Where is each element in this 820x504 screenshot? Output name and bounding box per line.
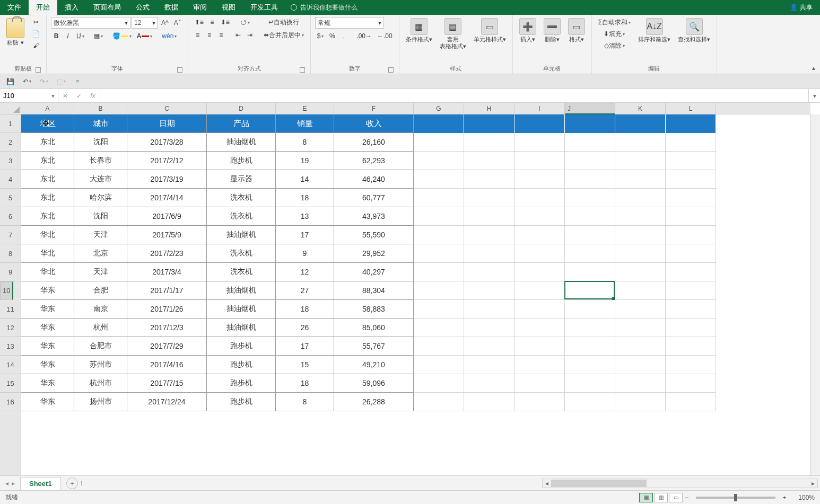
- autosum-button[interactable]: Σ 自动求和: [596, 17, 633, 28]
- cell-B14[interactable]: 苏州市: [74, 356, 127, 374]
- cell-G7[interactable]: [414, 226, 464, 244]
- font-color-button[interactable]: A: [135, 31, 155, 41]
- cell-A15[interactable]: 华东: [21, 374, 74, 393]
- format-painter-button[interactable]: 🖌: [30, 40, 42, 51]
- zoom-in-button[interactable]: +: [781, 494, 788, 501]
- cell-J6[interactable]: [565, 207, 615, 226]
- col-header-E[interactable]: E: [276, 103, 334, 114]
- cell-styles-button[interactable]: ▭单元格样式▾: [472, 17, 508, 44]
- spreadsheet-grid[interactable]: ABCDEFGHIJKL 12345678910111213141516 地区城…: [0, 103, 820, 475]
- cell-F6[interactable]: 43,973: [334, 207, 414, 226]
- cell-B9[interactable]: 天津: [74, 263, 127, 281]
- align-bottom-button[interactable]: ⬇≡: [219, 17, 232, 28]
- cell-J13[interactable]: [565, 337, 615, 356]
- cell-G6[interactable]: [414, 207, 464, 226]
- dialog-launcher-icon[interactable]: [177, 67, 182, 73]
- cell-L14[interactable]: [666, 356, 716, 374]
- sheet-nav-prev[interactable]: ◂: [5, 480, 8, 487]
- cell-D2[interactable]: 抽油烟机: [207, 133, 276, 152]
- zoom-handle[interactable]: [734, 494, 737, 501]
- cell-E1[interactable]: 销量: [276, 114, 334, 133]
- cell-B3[interactable]: 长春市: [74, 152, 127, 170]
- cell-C9[interactable]: 2017/3/4: [127, 263, 207, 281]
- cell-C11[interactable]: 2017/1/26: [127, 300, 207, 319]
- cell-F11[interactable]: 58,883: [334, 300, 414, 319]
- cell-C14[interactable]: 2017/4/16: [127, 356, 207, 374]
- cancel-icon[interactable]: ✕: [58, 92, 72, 100]
- cell-A9[interactable]: 华北: [21, 263, 74, 281]
- cell-F5[interactable]: 60,777: [334, 189, 414, 207]
- cell-F12[interactable]: 85,060: [334, 319, 414, 337]
- grow-font-button[interactable]: A^: [159, 17, 171, 28]
- indent-decrease-button[interactable]: ⇤: [233, 30, 243, 40]
- cell-C13[interactable]: 2017/7/29: [127, 337, 207, 356]
- cell-L7[interactable]: [666, 226, 716, 244]
- cell-E12[interactable]: 26: [276, 319, 334, 337]
- increase-decimal-button[interactable]: .00→: [354, 31, 374, 41]
- cell-A13[interactable]: 华东: [21, 337, 74, 356]
- cell-L3[interactable]: [666, 152, 716, 170]
- dialog-launcher-icon[interactable]: [388, 67, 394, 73]
- menu-tab-开发工具[interactable]: 开发工具: [243, 0, 285, 15]
- cell-F8[interactable]: 29,952: [334, 244, 414, 263]
- col-header-G[interactable]: G: [414, 103, 464, 114]
- cell-A1[interactable]: 地区: [21, 114, 74, 133]
- cell-G10[interactable]: [414, 281, 464, 300]
- cell-H16[interactable]: [464, 393, 514, 411]
- cell-H14[interactable]: [464, 356, 514, 374]
- copy-button[interactable]: 📄: [30, 29, 42, 39]
- cell-K6[interactable]: [615, 207, 666, 226]
- shrink-font-button[interactable]: A˅: [172, 17, 184, 28]
- col-header-H[interactable]: H: [464, 103, 514, 114]
- cell-J14[interactable]: [565, 356, 615, 374]
- cell-A3[interactable]: 东北: [21, 152, 74, 170]
- cell-A14[interactable]: 华东: [21, 356, 74, 374]
- font-size-select[interactable]: 12▾: [132, 17, 158, 29]
- cell-D4[interactable]: 显示器: [207, 170, 276, 189]
- cell-C6[interactable]: 2017/6/9: [127, 207, 207, 226]
- cell-G1[interactable]: [414, 114, 464, 133]
- cell-J8[interactable]: [565, 244, 615, 263]
- cell-E14[interactable]: 15: [276, 356, 334, 374]
- formula-input[interactable]: [103, 89, 805, 102]
- cell-K5[interactable]: [615, 189, 666, 207]
- undo-button[interactable]: ↶: [21, 76, 33, 87]
- cell-F10[interactable]: 88,304: [334, 281, 414, 300]
- phonetic-button[interactable]: wén: [160, 31, 179, 41]
- horizontal-scrollbar[interactable]: ◂ ▸: [542, 479, 818, 488]
- name-box[interactable]: ▾: [0, 89, 58, 102]
- cell-K15[interactable]: [615, 374, 666, 393]
- cell-D11[interactable]: 抽油烟机: [207, 300, 276, 319]
- cell-F13[interactable]: 55,767: [334, 337, 414, 356]
- border-button[interactable]: ▦: [92, 31, 105, 41]
- cell-B16[interactable]: 扬州市: [74, 393, 127, 411]
- cell-G9[interactable]: [414, 263, 464, 281]
- bold-button[interactable]: B: [51, 31, 62, 41]
- col-header-A[interactable]: A: [21, 103, 74, 114]
- col-header-J[interactable]: J: [565, 103, 615, 114]
- cell-D5[interactable]: 洗衣机: [207, 189, 276, 207]
- cell-A8[interactable]: 华北: [21, 244, 74, 263]
- clear-button[interactable]: ◇ 清除: [596, 40, 633, 51]
- row-header-11[interactable]: 11: [0, 300, 21, 319]
- qat-more-button[interactable]: ≡: [72, 76, 83, 87]
- insert-cells-button[interactable]: ➕插入▾: [517, 17, 538, 44]
- cell-C3[interactable]: 2017/2/12: [127, 152, 207, 170]
- cell-G5[interactable]: [414, 189, 464, 207]
- delete-cells-button[interactable]: ➖删除▾: [542, 17, 563, 44]
- cell-F15[interactable]: 59,096: [334, 374, 414, 393]
- cell-I6[interactable]: [514, 207, 565, 226]
- row-header-14[interactable]: 14: [0, 356, 21, 374]
- cell-J2[interactable]: [565, 133, 615, 152]
- cell-H11[interactable]: [464, 300, 514, 319]
- menu-tab-插入[interactable]: 插入: [57, 0, 86, 15]
- cell-K4[interactable]: [615, 170, 666, 189]
- cell-D13[interactable]: 跑步机: [207, 337, 276, 356]
- menu-tab-文件[interactable]: 文件: [0, 0, 29, 15]
- cell-C5[interactable]: 2017/4/14: [127, 189, 207, 207]
- accounting-format-button[interactable]: $: [315, 31, 326, 41]
- font-name-select[interactable]: 微软雅黑▾: [51, 17, 130, 29]
- cell-L4[interactable]: [666, 170, 716, 189]
- cell-H9[interactable]: [464, 263, 514, 281]
- cell-E2[interactable]: 8: [276, 133, 334, 152]
